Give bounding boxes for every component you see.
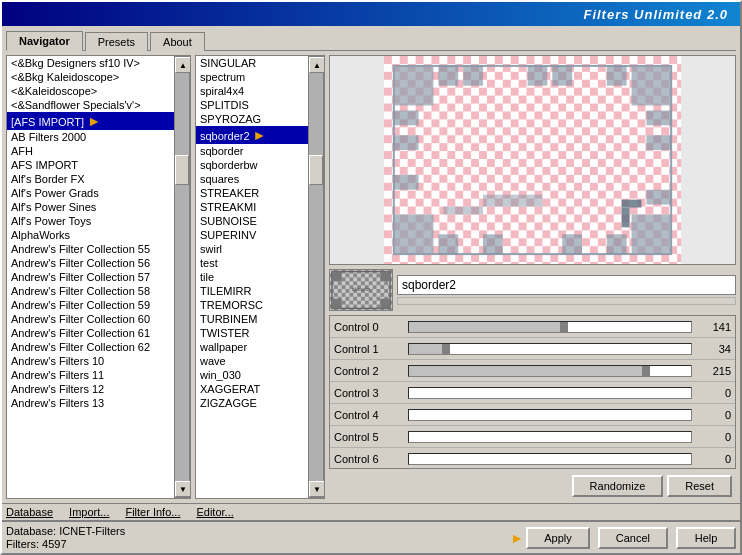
editor-button[interactable]: Editor... bbox=[196, 506, 233, 518]
filter-list-item[interactable]: ZIGZAGGE bbox=[196, 396, 308, 410]
filter-list-item[interactable]: SUPERINV bbox=[196, 228, 308, 242]
cancel-button[interactable]: Cancel bbox=[598, 527, 668, 549]
control-0-label: Control 0 bbox=[334, 321, 404, 333]
list-item[interactable]: AFH bbox=[7, 144, 174, 158]
scroll-thumb[interactable] bbox=[309, 155, 323, 185]
filter-list-item[interactable]: win_030 bbox=[196, 368, 308, 382]
preview-image bbox=[330, 56, 735, 264]
filter-list-item[interactable]: SPLITDIS bbox=[196, 98, 308, 112]
list-item[interactable]: Andrew's Filters 11 bbox=[7, 368, 174, 382]
filter-list-item[interactable]: SINGULAR bbox=[196, 56, 308, 70]
filter-list-item[interactable]: test bbox=[196, 256, 308, 270]
slider-thumb[interactable] bbox=[442, 344, 450, 355]
control-2-slider[interactable] bbox=[408, 365, 692, 377]
list-item[interactable]: AlphaWorks bbox=[7, 228, 174, 242]
svg-rect-38 bbox=[380, 299, 390, 309]
scroll-up-btn[interactable]: ▲ bbox=[309, 57, 324, 73]
list-item[interactable]: Andrew's Filters 10 bbox=[7, 354, 174, 368]
filter-list-item[interactable]: wallpaper bbox=[196, 340, 308, 354]
filter-list-item[interactable]: wave bbox=[196, 354, 308, 368]
control-3-slider[interactable] bbox=[408, 387, 692, 399]
filter-info-row: claudia sqborder2 bbox=[329, 269, 736, 311]
tab-about[interactable]: About bbox=[150, 32, 205, 51]
apply-arrow-icon: ► bbox=[510, 530, 524, 546]
filter-list-item[interactable]: spiral4x4 bbox=[196, 84, 308, 98]
list-item[interactable]: <&Sandflower Specials'v'> bbox=[7, 98, 174, 112]
thumbnail-image: claudia bbox=[330, 270, 392, 310]
filter-list-item[interactable]: sqborder bbox=[196, 144, 308, 158]
randomize-button[interactable]: Randomize bbox=[572, 475, 664, 497]
filter-list-item[interactable]: STREAKER bbox=[196, 186, 308, 200]
filter-list-item[interactable]: TILEMIRR bbox=[196, 284, 308, 298]
control-row-2: Control 2 215 bbox=[330, 360, 735, 382]
control-4-slider[interactable] bbox=[408, 409, 692, 421]
middle-panel: SINGULAR spectrum spiral4x4 SPLITDIS SPY… bbox=[195, 55, 325, 499]
filter-list-item[interactable]: STREAKMI bbox=[196, 200, 308, 214]
filter-list-item-selected[interactable]: sqborder2 ► bbox=[196, 126, 308, 144]
control-5-value: 0 bbox=[696, 431, 731, 443]
list-item[interactable]: Andrew's Filters 12 bbox=[7, 382, 174, 396]
tab-navigator[interactable]: Navigator bbox=[6, 31, 83, 51]
slider-thumb[interactable] bbox=[642, 366, 650, 377]
list-item[interactable]: Alf's Power Sines bbox=[7, 200, 174, 214]
svg-rect-15 bbox=[646, 110, 671, 125]
control-1-slider[interactable] bbox=[408, 343, 692, 355]
list-item[interactable]: Andrew's Filter Collection 60 bbox=[7, 312, 174, 326]
scroll-area[interactable] bbox=[309, 73, 323, 481]
filter-list-item[interactable]: spectrum bbox=[196, 70, 308, 84]
list-item[interactable]: Andrew's Filter Collection 55 bbox=[7, 242, 174, 256]
list-item[interactable]: AB Filters 2000 bbox=[7, 130, 174, 144]
list-item[interactable]: Andrew's Filters 13 bbox=[7, 396, 174, 410]
database-button[interactable]: Database bbox=[6, 506, 53, 518]
filter-list-item[interactable]: TWISTER bbox=[196, 326, 308, 340]
list-item[interactable]: Andrew's Filter Collection 61 bbox=[7, 326, 174, 340]
list-item-afs-import-selected[interactable]: [AFS IMPORT] ► bbox=[7, 112, 174, 130]
scroll-area[interactable] bbox=[175, 73, 189, 481]
control-0-slider[interactable] bbox=[408, 321, 692, 333]
scroll-down-btn[interactable]: ▼ bbox=[309, 481, 324, 497]
list-item[interactable]: Alf's Power Toys bbox=[7, 214, 174, 228]
main-window: Filters Unlimited 2.0 Navigator Presets … bbox=[0, 0, 742, 555]
control-5-slider[interactable] bbox=[408, 431, 692, 443]
help-button[interactable]: Help bbox=[676, 527, 736, 549]
filter-list-item[interactable]: swirl bbox=[196, 242, 308, 256]
title-bar: Filters Unlimited 2.0 bbox=[2, 2, 740, 26]
list-item[interactable]: Andrew's Filter Collection 56 bbox=[7, 256, 174, 270]
scroll-up-btn[interactable]: ▲ bbox=[175, 57, 190, 73]
reset-button[interactable]: Reset bbox=[667, 475, 732, 497]
filter-list-item[interactable]: sqborderbw bbox=[196, 158, 308, 172]
filter-info-button[interactable]: Filter Info... bbox=[125, 506, 180, 518]
list-item[interactable]: Andrew's Filter Collection 58 bbox=[7, 284, 174, 298]
import-button[interactable]: Import... bbox=[69, 506, 109, 518]
control-5-label: Control 5 bbox=[334, 431, 404, 443]
scroll-thumb[interactable] bbox=[175, 155, 189, 185]
list-item[interactable]: <&Kaleidoscope> bbox=[7, 84, 174, 98]
slider-thumb[interactable] bbox=[560, 322, 568, 333]
list-item[interactable]: <&Bkg Kaleidoscope> bbox=[7, 70, 174, 84]
filter-thumbnail: claudia bbox=[329, 269, 393, 311]
list-item[interactable]: AFS IMPORT bbox=[7, 158, 174, 172]
filter-list-item[interactable]: SUBNOISE bbox=[196, 214, 308, 228]
middle-scrollbar[interactable]: ▲ ▼ bbox=[308, 56, 324, 498]
list-item[interactable]: Andrew's Filter Collection 57 bbox=[7, 270, 174, 284]
tab-presets[interactable]: Presets bbox=[85, 32, 148, 51]
scroll-down-btn[interactable]: ▼ bbox=[175, 481, 190, 497]
apply-button[interactable]: ► Apply bbox=[526, 527, 590, 549]
list-item[interactable]: Andrew's Filter Collection 62 bbox=[7, 340, 174, 354]
control-4-value: 0 bbox=[696, 409, 731, 421]
filter-list-item[interactable]: XAGGERAT bbox=[196, 382, 308, 396]
list-item[interactable]: Andrew's Filter Collection 59 bbox=[7, 298, 174, 312]
filter-list-item[interactable]: squares bbox=[196, 172, 308, 186]
filter-list-item[interactable]: TURBINEM bbox=[196, 312, 308, 326]
svg-rect-13 bbox=[552, 66, 572, 86]
left-scrollbar[interactable]: ▲ ▼ bbox=[174, 56, 190, 498]
list-item[interactable]: <&Bkg Designers sf10 IV> bbox=[7, 56, 174, 70]
filter-list-item[interactable]: SPYROZAG bbox=[196, 112, 308, 126]
list-item[interactable]: Alf's Power Grads bbox=[7, 186, 174, 200]
filter-list-item[interactable]: TREMORSC bbox=[196, 298, 308, 312]
arrow-icon: ► bbox=[87, 113, 101, 129]
control-6-slider[interactable] bbox=[408, 453, 692, 465]
filter-list-item[interactable]: tile bbox=[196, 270, 308, 284]
action-buttons: ► Apply Cancel Help bbox=[526, 527, 736, 549]
list-item[interactable]: Alf's Border FX bbox=[7, 172, 174, 186]
